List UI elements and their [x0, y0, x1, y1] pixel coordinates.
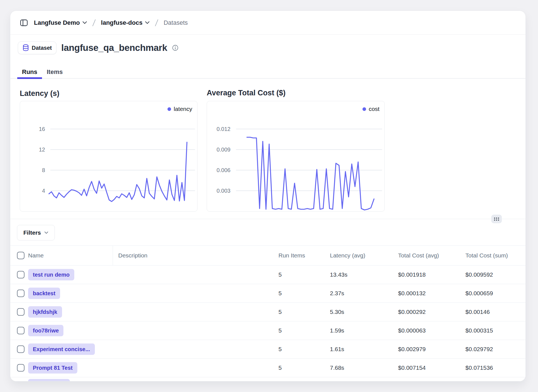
latency-chart: 161284: [20, 101, 197, 211]
panel-left-icon: [20, 19, 28, 27]
legend-label: latency: [174, 106, 192, 112]
svg-text:8: 8: [42, 167, 45, 173]
tab-runs[interactable]: Runs: [17, 66, 42, 78]
row-checkbox[interactable]: [17, 308, 24, 316]
chevron-down-icon: [82, 21, 87, 24]
latency-avg-cell: 2.37s: [330, 290, 344, 297]
column-header-latency-avg: Latency (avg): [330, 252, 365, 259]
run-items-cell: 5: [278, 327, 282, 334]
column-header-total-cost-sum: Total Cost (sum): [465, 252, 508, 259]
svg-text:0.009: 0.009: [216, 147, 230, 153]
column-header-total-cost-avg: Total Cost (avg): [398, 252, 439, 259]
legend-dot-icon: [167, 107, 171, 111]
latency-chart-panel: 161284 latency: [20, 101, 198, 212]
breadcrumb-project-selector[interactable]: langfuse-docs: [101, 19, 150, 26]
run-items-cell: 5: [278, 309, 282, 315]
sidebar-toggle-button[interactable]: [18, 17, 30, 29]
breadcrumb-org-selector[interactable]: Langfuse Demo: [34, 19, 87, 26]
filters-button[interactable]: Filters: [17, 225, 55, 240]
cost-chart: 0.0120.0090.0060.003: [207, 101, 384, 211]
row-checkbox[interactable]: [17, 327, 24, 334]
column-header-name: Name: [28, 252, 44, 259]
run-name-pill[interactable]: test run demo: [28, 269, 74, 281]
total-cost-sum-cell: $0.000315: [465, 327, 493, 334]
total-cost-sum-cell: $0.009592: [465, 271, 493, 278]
cost-chart-title: Average Total Cost ($): [207, 89, 286, 97]
cost-legend: cost: [362, 106, 379, 112]
total-cost-avg-cell: $0.001918: [398, 271, 426, 278]
column-header-run-items: Run Items: [278, 252, 305, 259]
svg-text:0.003: 0.003: [216, 188, 230, 194]
latency-avg-cell: 1.59s: [330, 327, 344, 334]
latency-chart-title: Latency (s): [20, 89, 60, 98]
total-cost-avg-cell: $0.000063: [398, 327, 426, 334]
svg-text:4: 4: [42, 188, 45, 194]
svg-text:0.012: 0.012: [216, 126, 230, 132]
total-cost-avg-cell: $0.007154: [398, 364, 426, 371]
row-checkbox[interactable]: [17, 271, 24, 279]
breadcrumb-page-label[interactable]: Datasets: [164, 19, 188, 26]
table-row[interactable]: hjkfdshjk55.30s$0.000292$0.00146: [10, 303, 525, 321]
run-items-cell: 5: [278, 271, 282, 278]
drag-handle-icon[interactable]: [491, 215, 502, 223]
total-cost-sum-cell: $0.00146: [465, 309, 490, 315]
latency-avg-cell: 13.43s: [330, 271, 347, 278]
run-items-cell: 5: [278, 290, 282, 297]
table-rows: test run demo513.43s$0.001918$0.009592ba…: [10, 266, 525, 381]
total-cost-avg-cell: $0.000292: [398, 309, 426, 315]
table-row[interactable]: foo78riwe51.59s$0.000063$0.000315: [10, 321, 525, 340]
row-checkbox[interactable]: [17, 364, 24, 372]
latency-avg-cell: 7.68s: [330, 364, 344, 371]
legend-label: cost: [369, 106, 379, 112]
table-row-partial: [10, 377, 525, 381]
dataset-header: Dataset langfuse_qa_benchmark: [18, 41, 179, 54]
row-checkbox[interactable]: [17, 290, 24, 297]
run-items-cell: 5: [278, 364, 282, 371]
section-divider: [10, 219, 525, 219]
svg-text:16: 16: [39, 126, 45, 132]
breadcrumb-separator: [154, 19, 159, 27]
total-cost-avg-cell: $0.000132: [398, 290, 426, 297]
dataset-badge-label: Dataset: [32, 45, 52, 51]
run-name-pill[interactable]: Prompt 81 Test: [28, 362, 77, 374]
breadcrumb: Langfuse Demo langfuse-docs Datasets: [10, 11, 525, 35]
column-header-description: Description: [118, 252, 147, 259]
total-cost-sum-cell: $0.000659: [465, 290, 493, 297]
run-name-pill: [28, 379, 70, 381]
latency-avg-cell: 1.61s: [330, 346, 344, 353]
row-checkbox[interactable]: [17, 346, 24, 353]
tab-items[interactable]: Items: [42, 66, 67, 78]
legend-dot-icon: [362, 107, 366, 111]
filters-button-label: Filters: [23, 229, 41, 236]
run-items-cell: 5: [278, 346, 282, 353]
table-row[interactable]: test run demo513.43s$0.001918$0.009592: [10, 266, 525, 284]
cost-chart-panel: 0.0120.0090.0060.003 cost: [207, 101, 385, 212]
breadcrumb-org-label: Langfuse Demo: [34, 19, 80, 26]
database-icon: [23, 44, 29, 52]
table-row[interactable]: backtest52.37s$0.000132$0.000659: [10, 284, 525, 303]
total-cost-sum-cell: $0.029792: [465, 346, 493, 353]
main-window: Langfuse Demo langfuse-docs Datasets: [10, 11, 526, 381]
tabs: Runs Items: [10, 66, 525, 79]
run-name-pill[interactable]: Experiment concise...: [28, 344, 95, 355]
breadcrumb-project-label: langfuse-docs: [101, 19, 142, 26]
page-title: langfuse_qa_benchmark: [61, 43, 167, 53]
latency-avg-cell: 5.30s: [330, 309, 344, 315]
total-cost-avg-cell: $0.002979: [398, 346, 426, 353]
breadcrumb-separator: [92, 19, 96, 27]
dataset-badge: Dataset: [18, 41, 56, 54]
table-header: Name Description Run Items Latency (avg)…: [10, 245, 525, 266]
run-name-pill[interactable]: foo78riwe: [28, 325, 63, 336]
total-cost-sum-cell: $0.071536: [465, 364, 493, 371]
table-row[interactable]: Experiment concise...51.61s$0.002979$0.0…: [10, 340, 525, 359]
svg-text:0.006: 0.006: [216, 167, 230, 173]
run-name-pill[interactable]: backtest: [28, 288, 60, 299]
chevron-down-icon: [145, 21, 150, 24]
info-icon[interactable]: [172, 44, 179, 51]
svg-text:12: 12: [39, 147, 45, 153]
table-row[interactable]: Prompt 81 Test57.68s$0.007154$0.071536: [10, 359, 525, 377]
run-name-pill[interactable]: hjkfdshjk: [28, 306, 62, 318]
select-all-checkbox[interactable]: [17, 252, 24, 259]
latency-legend: latency: [167, 106, 192, 112]
chevron-down-icon: [44, 231, 48, 234]
